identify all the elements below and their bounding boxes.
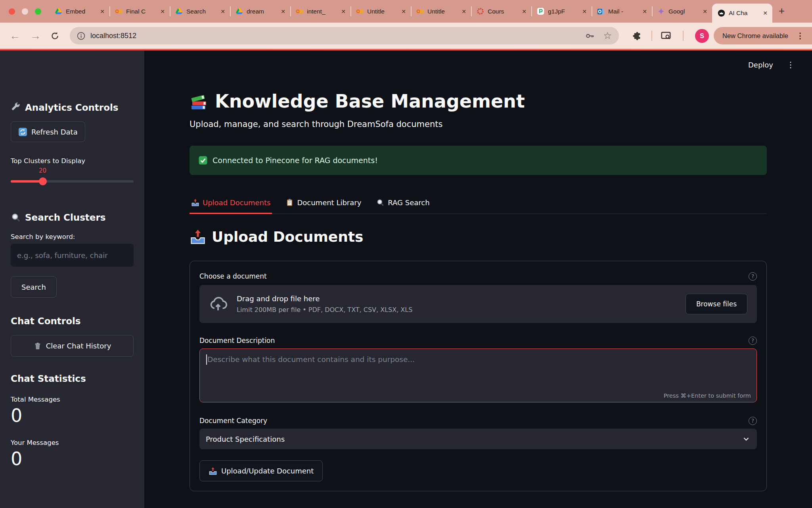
- upload-submit-label: Upload/Update Document: [221, 467, 314, 475]
- back-button[interactable]: ←: [10, 23, 20, 49]
- close-icon[interactable]: ✕: [340, 8, 347, 15]
- close-icon[interactable]: ✕: [642, 8, 648, 15]
- refresh-data-button[interactable]: Refresh Data: [11, 121, 85, 142]
- tab-title: Search: [186, 8, 216, 15]
- ai-chat-icon: [718, 10, 725, 17]
- close-icon[interactable]: ✕: [99, 8, 105, 15]
- description-label: Document Description: [199, 337, 275, 344]
- tab-rag-search[interactable]: RAG Search: [375, 192, 431, 214]
- chrome-update-button[interactable]: New Chrome available ⋮: [714, 27, 812, 44]
- description-textarea[interactable]: Describe what this document contains and…: [199, 348, 757, 402]
- window-controls: [0, 8, 49, 15]
- tab-document-library[interactable]: Document Library: [284, 192, 363, 214]
- chrome-update-label: New Chrome available: [722, 32, 788, 40]
- chevron-down-icon: [742, 435, 751, 443]
- bookmark-star-icon[interactable]: ☆: [603, 30, 612, 41]
- text-caret: [206, 354, 207, 365]
- browser-tab[interactable]: g1JpF ✕: [531, 0, 592, 23]
- address-bar[interactable]: localhost:8512 ☆: [70, 27, 619, 44]
- close-window-button[interactable]: [9, 8, 15, 15]
- refresh-icon: [18, 127, 27, 137]
- browser-tab[interactable]: Embed ✕: [49, 0, 109, 23]
- zoom-window-button[interactable]: [35, 8, 41, 15]
- success-banner: Connected to Pinecone for RAG documents!: [190, 146, 767, 175]
- close-icon[interactable]: ✕: [702, 8, 708, 15]
- gemini-icon: [657, 8, 665, 15]
- browser-tab[interactable]: Cours ✕: [471, 0, 531, 23]
- close-icon[interactable]: ✕: [220, 8, 226, 15]
- site-info-icon[interactable]: [77, 31, 86, 40]
- url-text[interactable]: localhost:8512: [90, 32, 585, 40]
- chat-statistics-heading: Chat Statistics: [11, 373, 134, 384]
- browser-tab-active[interactable]: AI Cha ✕: [712, 4, 772, 23]
- chat-controls-heading: Chat Controls: [11, 316, 134, 326]
- browser-tab[interactable]: Search ✕: [170, 0, 230, 23]
- tab-upload-documents[interactable]: Upload Documents: [190, 192, 272, 214]
- slider-label: Top Clusters to Display: [11, 157, 134, 165]
- browser-tab[interactable]: Untitle ✕: [350, 0, 411, 23]
- streamlit-app: Analytics Controls Refresh Data Top Clus…: [0, 50, 812, 508]
- help-icon[interactable]: ?: [749, 417, 757, 425]
- browser-tab[interactable]: Googl ✕: [652, 0, 712, 23]
- close-icon[interactable]: ✕: [400, 8, 407, 15]
- browser-tabstrip: Embed ✕ Final C ✕ Search ✕ dream ✕ inten…: [0, 0, 812, 23]
- canvas-icon: [477, 8, 484, 15]
- tab-title: Googl: [668, 8, 698, 15]
- tab-title: Final C: [126, 8, 156, 15]
- category-select[interactable]: Product Specifications: [199, 429, 757, 449]
- outbox-icon: [190, 229, 206, 245]
- close-icon[interactable]: ✕: [159, 8, 166, 15]
- help-icon[interactable]: ?: [749, 337, 757, 345]
- submit-hint: Press ⌘+Enter to submit form: [664, 393, 751, 399]
- close-icon[interactable]: ✕: [762, 10, 768, 16]
- clipboard-icon: [285, 198, 294, 207]
- browser-tab[interactable]: dream ✕: [230, 0, 290, 23]
- close-icon[interactable]: ✕: [581, 8, 588, 15]
- extensions-icon[interactable]: [632, 23, 642, 49]
- help-icon[interactable]: ?: [749, 272, 757, 281]
- close-icon[interactable]: ✕: [521, 8, 527, 15]
- browser-toolbar: ← → localhost:8512 ☆ S New Chrome availa…: [0, 23, 812, 49]
- clear-chat-history-button[interactable]: Clear Chat History: [11, 335, 134, 357]
- passwords-key-icon[interactable]: [585, 31, 595, 41]
- tab-label: Upload Documents: [203, 198, 270, 207]
- close-icon[interactable]: ✕: [461, 8, 467, 15]
- page-content: Knowledge Base Management Upload, manage…: [144, 50, 812, 491]
- clear-chat-history-label: Clear Chat History: [46, 342, 111, 350]
- browse-files-button[interactable]: Browse files: [686, 294, 747, 314]
- toolbar-divider: [683, 31, 684, 41]
- file-dropzone[interactable]: Drag and drop file here Limit 200MB per …: [199, 285, 757, 323]
- colab-icon: [115, 8, 123, 15]
- tab-title: Mail -: [608, 8, 638, 15]
- search-button[interactable]: Search: [11, 276, 57, 298]
- profile-avatar[interactable]: S: [695, 29, 709, 43]
- magnifier-icon: [376, 198, 385, 207]
- browser-tab[interactable]: Mail - ✕: [592, 0, 652, 23]
- browser-tab[interactable]: intent_ ✕: [290, 0, 350, 23]
- browser-tab[interactable]: Final C ✕: [109, 0, 170, 23]
- tab-title: AI Cha: [729, 10, 758, 17]
- forward-button[interactable]: →: [30, 23, 41, 49]
- tab-search-icon[interactable]: [661, 23, 671, 49]
- metric-label: Total Messages: [11, 396, 134, 403]
- keyword-input[interactable]: [11, 244, 134, 267]
- wrench-icon: [11, 102, 21, 113]
- minimize-window-button[interactable]: [22, 8, 28, 15]
- streamlit-toolbar: Deploy ⋮: [748, 60, 795, 69]
- app-menu-kebab-icon[interactable]: ⋮: [787, 60, 795, 69]
- file-uploader-label: Choose a document: [199, 272, 267, 280]
- upload-submit-button[interactable]: Upload/Update Document: [199, 460, 323, 481]
- page-title: Knowledge Base Management: [190, 89, 767, 113]
- page-title-text: Knowledge Base Management: [215, 89, 525, 113]
- browser-menu-kebab-icon[interactable]: ⋮: [796, 31, 804, 40]
- reload-button[interactable]: [50, 23, 60, 49]
- tab-title: Untitle: [427, 8, 457, 15]
- sidebar: Analytics Controls Refresh Data Top Clus…: [0, 50, 144, 508]
- close-icon[interactable]: ✕: [280, 8, 286, 15]
- keyword-label: Search by keyword:: [11, 233, 134, 241]
- new-tab-button[interactable]: +: [772, 5, 785, 18]
- deploy-button[interactable]: Deploy: [748, 61, 773, 69]
- magnifier-icon: [11, 212, 21, 223]
- browser-tab[interactable]: Untitle ✕: [411, 0, 471, 23]
- slider-thumb[interactable]: [39, 177, 47, 185]
